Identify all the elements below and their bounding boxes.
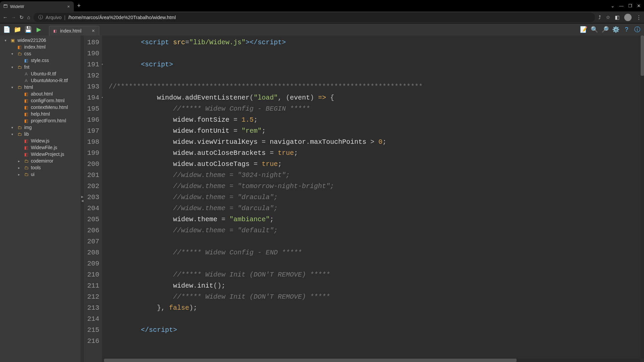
tree-item-WidewFile-js[interactable]: ◧WidewFile.js [0, 144, 80, 151]
fold-toggle-icon[interactable]: ▾ [101, 92, 103, 103]
tab-close-button[interactable]: × [67, 4, 70, 9]
code-line[interactable]: //widew.theme = "tomorrow-night-bright"; [109, 181, 644, 192]
tree-item-label: help.html [31, 111, 50, 117]
tree-item-WidewProject-js[interactable]: ◧WidewProject.js [0, 151, 80, 158]
tree-item-fnt[interactable]: ▾🗀fnt [0, 64, 80, 70]
nav-home-button[interactable]: ⌂ [27, 14, 30, 20]
code-line[interactable]: //***** Widew Config - END ***** [109, 247, 644, 258]
tree-item-ui[interactable]: ▸🗀ui [0, 171, 80, 178]
sidepanel-icon[interactable]: ◧ [615, 14, 620, 20]
find-replace-icon[interactable]: 🔎 [600, 25, 610, 34]
code-line[interactable]: <script> [109, 59, 644, 70]
new-tab-button[interactable]: + [77, 2, 81, 9]
tree-item-html[interactable]: ▾🗀html [0, 84, 80, 90]
url-input[interactable]: ⓘ Arquivo | /home/marcos/Área%20de%20Tra… [34, 13, 595, 22]
code-line[interactable]: //widew.theme = "3024-night"; [109, 170, 644, 181]
code-line[interactable]: widew.autoCloseBrackets = true; [109, 147, 644, 159]
open-folder-button[interactable]: 📁 [13, 25, 22, 34]
tree-item-UbuntuMono-R-ttf[interactable]: AUbuntuMono-R.ttf [0, 77, 80, 84]
nav-reload-button[interactable]: ↻ [19, 14, 24, 20]
code-line[interactable]: //***** Widew Config - BEGIN ***** [109, 103, 644, 114]
code-line[interactable]: widew.fontSize = 1.5; [109, 114, 644, 125]
profile-avatar-icon[interactable] [624, 14, 632, 21]
code-area[interactable]: <script src="lib/Widew.js"></script> <sc… [102, 36, 644, 362]
code-line[interactable]: //***** Widew Init (DON'T REMOVE) ***** [109, 269, 644, 280]
tree-item-style-css[interactable]: ◧style.css [0, 57, 80, 64]
line-number: 201 [87, 170, 99, 181]
code-line[interactable]: //widew.theme = "dracula"; [109, 192, 644, 203]
fold-toggle-icon[interactable]: ▾ [101, 59, 103, 70]
window-minimize-button[interactable]: — [619, 3, 624, 8]
vertical-scrollbar[interactable] [641, 36, 644, 359]
code-line[interactable]: //widew.theme = "darcula"; [109, 203, 644, 214]
editor-tab-close-button[interactable]: ✕ [92, 28, 95, 33]
tree-item-img[interactable]: ▾🗀img [0, 124, 80, 131]
code-line[interactable] [109, 336, 644, 347]
save-button[interactable]: 💾 [23, 25, 33, 34]
code-line[interactable] [109, 258, 644, 269]
bookmark-icon[interactable]: ☆ [606, 14, 610, 20]
scrollbar-thumb[interactable] [641, 36, 644, 76]
code-line[interactable] [109, 70, 644, 81]
tree-item-codemirror[interactable]: ▸🗀codemirror [0, 158, 80, 164]
code-line[interactable]: widew.viewVirtualKeys = navigator.maxTou… [109, 136, 644, 147]
file-tree[interactable]: ▾▣widew221206◧index.html▾🗀css◧style.css▾… [0, 36, 80, 362]
code-line[interactable]: widew.init(); [109, 280, 644, 291]
tree-root[interactable]: ▾▣widew221206 [0, 37, 80, 44]
code-line[interactable]: }, false); [109, 302, 644, 313]
line-number: 215 [87, 324, 99, 336]
code-line[interactable] [109, 236, 644, 247]
info-icon[interactable]: ⓘ [633, 25, 642, 34]
tree-item-Ubuntu-R-ttf[interactable]: AUbuntu-R.ttf [0, 70, 80, 77]
tree-item-configForm-html[interactable]: ◧configForm.html [0, 97, 80, 104]
expand-toggle-icon: ▸ [18, 173, 21, 176]
window-restore-button[interactable]: ❐ [628, 3, 632, 8]
nav-forward-button[interactable]: → [11, 14, 16, 20]
horizontal-scrollbar[interactable] [104, 359, 641, 362]
nav-back-button[interactable]: ← [3, 14, 8, 20]
code-line[interactable]: //**************************************… [109, 81, 644, 92]
new-document-icon[interactable]: 📝 [579, 25, 588, 34]
tree-item-tools[interactable]: ▸🗀tools [0, 164, 80, 171]
tab-title: WideW [10, 4, 24, 9]
editor-tab-index-html[interactable]: ◧ index.html ✕ [49, 26, 99, 36]
help-icon[interactable]: ? [622, 25, 631, 34]
find-icon[interactable]: 🔍 [590, 25, 599, 34]
code-line[interactable]: //***** Widew Init (DON'T REMOVE) ***** [109, 291, 644, 302]
url-separator: | [64, 15, 66, 20]
code-line[interactable]: widew.theme = "ambiance"; [109, 214, 644, 225]
code-line[interactable] [109, 313, 644, 324]
tree-item-Widew-js[interactable]: ◧Widew.js [0, 137, 80, 144]
tree-item-css[interactable]: ▾🗀css [0, 50, 80, 57]
share-icon[interactable]: ⤴ [598, 14, 601, 20]
browser-menu-icon[interactable]: ⋮ [636, 14, 641, 20]
html-file-icon: ◧ [53, 29, 57, 33]
tree-item-projectForm-html[interactable]: ◧projectForm.html [0, 117, 80, 124]
code-line[interactable] [109, 48, 644, 59]
scrollbar-thumb[interactable] [104, 359, 517, 362]
settings-icon[interactable]: ⚙️ [611, 25, 621, 34]
new-file-button[interactable]: 📄 [2, 25, 11, 34]
code-line[interactable]: <script src="lib/Widew.js"></script> [109, 37, 644, 48]
tree-item-help-html[interactable]: ◧help.html [0, 111, 80, 117]
run-button[interactable]: ▶ [34, 25, 44, 34]
tree-item-label: Ubuntu-R.ttf [31, 71, 56, 76]
code-line[interactable]: window.addEventListener("load", (event) … [109, 92, 644, 103]
code-line[interactable]: widew.fontUnit = "rem"; [109, 125, 644, 136]
tree-item-label: about.html [31, 91, 53, 97]
browser-tab[interactable]: 🗔 WideW × [0, 1, 74, 11]
tree-item-index-html[interactable]: ◧index.html [0, 44, 80, 50]
folder-icon: 🗀 [17, 125, 22, 130]
expand-toggle-icon: ▸ [18, 166, 21, 170]
code-line[interactable]: </script> [109, 324, 644, 336]
code-line[interactable]: //widew.theme = "default"; [109, 225, 644, 236]
window-close-button[interactable]: ✕ [637, 3, 641, 8]
window-chevron-icon[interactable]: ⌄ [611, 3, 614, 8]
tree-item-lib[interactable]: ▾🗀lib [0, 131, 80, 137]
editor-tab-label: index.html [60, 28, 82, 34]
code-line[interactable]: widew.autoCloseTags = true; [109, 159, 644, 170]
tree-item-about-html[interactable]: ◧about.html [0, 90, 80, 97]
tree-collapse-handle[interactable]: ▶ ◀ [80, 36, 84, 362]
code-editor[interactable]: 189190191▾192193194▾19519619719819920020… [84, 36, 644, 362]
tree-item-contextMenu-html[interactable]: ◧contextMenu.html [0, 104, 80, 111]
